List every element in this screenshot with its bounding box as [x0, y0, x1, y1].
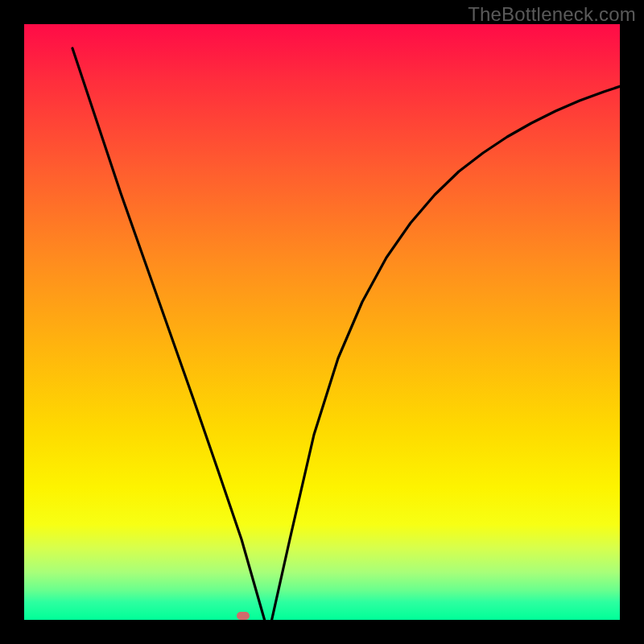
curve-path	[72, 48, 644, 640]
chart-frame: TheBottleneck.com	[0, 0, 644, 644]
watermark-text: TheBottleneck.com	[468, 3, 636, 26]
bottleneck-curve	[48, 48, 644, 644]
chart-plot-area	[24, 24, 620, 620]
optimum-marker	[237, 612, 250, 620]
